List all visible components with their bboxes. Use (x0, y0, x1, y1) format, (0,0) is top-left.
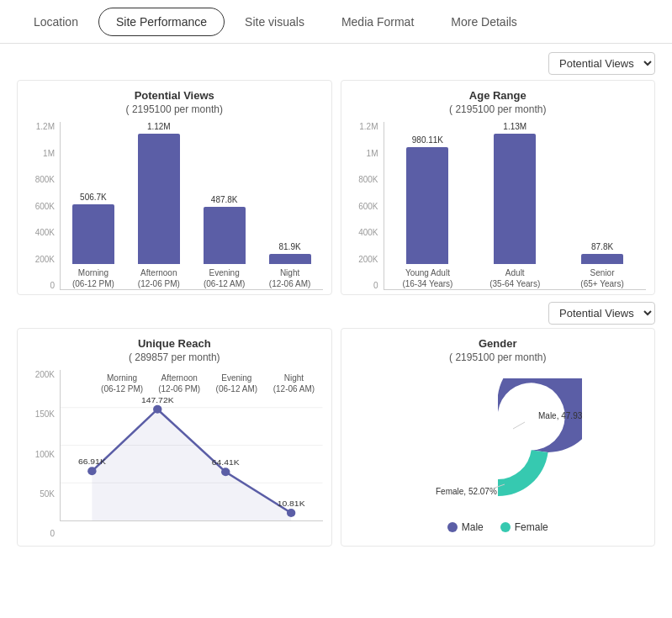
potential-views-bar-area: 0 200K 400K 600K 800K 1M 1.2M 506.7K Mor… (26, 122, 323, 290)
potential-views-bar-inner: 0 200K 400K 600K 800K 1M 1.2M 506.7K Mor… (26, 122, 323, 290)
main-content: Potential Views Unique Reach Potential V… (0, 44, 672, 547)
unique-reach-y-axis: 0 50K 100K 150K 200K (26, 370, 58, 538)
svg-text:10.81K: 10.81K (278, 499, 305, 508)
potential-views-bars: 506.7K Morning(06-12 PM) 1.12M Afternoon… (60, 122, 323, 290)
potential-views-chart: Potential Views ( 2195100 per month) 0 2… (17, 80, 332, 295)
svg-point-7 (287, 509, 295, 517)
bar-name: Young Adult(16-34 Years) (402, 267, 452, 289)
svg-point-6 (221, 467, 230, 476)
bar-group: 87.8K Senior(65+ Years) (558, 122, 646, 289)
bar-name: Morning(06-12 PM) (72, 267, 114, 289)
unique-reach-chart: Unique Reach ( 289857 per month) 0 50K 1… (17, 328, 332, 547)
male-dot (447, 522, 458, 532)
bottom-dropdown[interactable]: Potential Views Unique Reach (548, 302, 655, 325)
potential-views-subtitle: ( 2195100 per month) (26, 103, 323, 115)
female-label: Female, 52.07% (436, 487, 497, 496)
svg-text:66.91K: 66.91K (78, 457, 106, 467)
female-dot (500, 522, 511, 532)
bar (494, 134, 536, 264)
svg-marker-3 (92, 409, 291, 520)
bar-val: 506.7K (80, 193, 107, 202)
donut-legend: Male Female (447, 521, 548, 533)
legend-female: Female (500, 521, 548, 533)
bar (72, 204, 114, 264)
bar-val: 1.13M (503, 122, 526, 131)
bar (406, 147, 448, 264)
gender-subtitle: ( 2195100 per month) (350, 351, 647, 363)
bar-group: 81.9K Night(12-06 AM) (257, 122, 323, 289)
bar-val: 487.8K (211, 195, 238, 204)
age-range-subtitle: ( 2195100 per month) (350, 103, 647, 115)
age-range-bar-inner: 0 200K 400K 600K 800K 1M 1.2M 980.11K Yo… (350, 122, 647, 290)
bar-name: Afternoon(12-06 PM) (138, 267, 180, 289)
age-range-title: Age Range (350, 89, 647, 102)
male-label: Male, 47.93% (538, 411, 582, 420)
bar-name: Night(12-06 AM) (269, 267, 310, 289)
tab-site-visuals[interactable]: Site visuals (228, 8, 321, 35)
tab-location[interactable]: Location (17, 8, 95, 35)
tab-more-details[interactable]: More Details (434, 8, 534, 35)
unique-reach-line-inner: 0 50K 100K 150K 200K (26, 370, 323, 538)
gender-title: Gender (350, 337, 647, 350)
nav-tabs: Location Site Performance Site visuals M… (0, 0, 672, 44)
potential-views-y-axis: 0 200K 400K 600K 800K 1M 1.2M (26, 122, 58, 290)
unique-reach-title: Unique Reach (26, 337, 323, 350)
tab-media-format[interactable]: Media Format (325, 8, 431, 35)
bar-group: 1.13M Adult(35-64 Years) (471, 122, 558, 289)
tab-site-performance[interactable]: Site Performance (98, 8, 225, 36)
bar-group: 487.8K Evening(06-12 AM) (192, 122, 257, 289)
bar (204, 207, 246, 264)
legend-male-label: Male (462, 521, 484, 533)
bar-val: 87.8K (591, 242, 613, 251)
bar (269, 254, 311, 264)
bar-name: Evening(06-12 AM) (204, 267, 245, 289)
line-chart-svg-container: 66.91K 147.72K 64.41K 10.81K (60, 370, 323, 521)
legend-female-label: Female (515, 521, 548, 533)
svg-text:64.41K: 64.41K (212, 458, 240, 467)
svg-point-5 (153, 405, 161, 414)
bar-val: 81.9K (278, 242, 300, 251)
svg-point-12 (466, 414, 530, 478)
legend-male: Male (447, 521, 484, 533)
bar-group: 506.7K Morning(06-12 PM) (61, 122, 126, 289)
svg-text:147.72K: 147.72K (141, 395, 174, 404)
bar-name: Senior(65+ Years) (580, 267, 623, 289)
gender-chart: Gender ( 2195100 per month) (341, 328, 656, 547)
top-dropdown[interactable]: Potential Views Unique Reach (548, 52, 655, 75)
bar (581, 254, 623, 264)
bar-val: 1.12M (147, 122, 171, 131)
unique-reach-subtitle: ( 289857 per month) (26, 351, 323, 363)
bar-val: 980.11K (412, 135, 443, 145)
svg-point-4 (87, 467, 96, 475)
top-dropdown-row: Potential Views Unique Reach (17, 52, 655, 75)
donut-container: Male, 47.93% Female, 52.07% (414, 378, 582, 513)
age-range-chart: Age Range ( 2195100 per month) 0 200K 40… (341, 80, 656, 295)
top-charts-grid: Potential Views ( 2195100 per month) 0 2… (17, 80, 655, 295)
bottom-dropdown-row: Potential Views Unique Reach (17, 302, 655, 325)
bar-name: Adult(35-64 Years) (489, 267, 540, 289)
age-range-bars: 980.11K Young Adult(16-34 Years) 1.13M A… (384, 122, 647, 290)
potential-views-title: Potential Views (26, 89, 323, 102)
bar-group: 1.12M Afternoon(12-06 PM) (126, 122, 192, 289)
line-chart-svg: 66.91K 147.72K 64.41K 10.81K (61, 370, 323, 520)
bar (138, 134, 180, 264)
age-range-y-axis: 0 200K 400K 600K 800K 1M 1.2M (350, 122, 382, 290)
bar-group: 980.11K Young Adult(16-34 Years) (384, 122, 472, 289)
unique-reach-line-area: 0 50K 100K 150K 200K (26, 370, 323, 538)
donut-area: Male, 47.93% Female, 52.07% Male Female (350, 370, 647, 541)
donut-svg: Male, 47.93% Female, 52.07% (414, 378, 582, 513)
bottom-charts-grid: Unique Reach ( 289857 per month) 0 50K 1… (17, 328, 655, 547)
age-range-bar-area: 0 200K 400K 600K 800K 1M 1.2M 980.11K Yo… (350, 122, 647, 290)
